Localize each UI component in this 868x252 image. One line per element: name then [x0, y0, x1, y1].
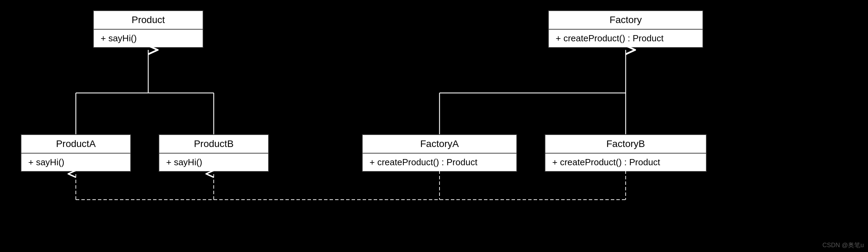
factory-class: Factory + createProduct() : Product — [548, 10, 703, 48]
diagram-container: Product + sayHi() Factory + createProduc… — [0, 0, 868, 252]
productA-class-method: + sayHi() — [21, 154, 130, 171]
factoryA-class-name: FactoryA — [363, 135, 516, 154]
factory-class-name: Factory — [549, 11, 703, 30]
productB-class-name: ProductB — [159, 135, 268, 154]
factoryB-class-method: + createProduct() : Product — [545, 154, 706, 171]
watermark: CSDN @奥笔u — [822, 241, 864, 249]
productA-class: ProductA + sayHi() — [21, 134, 131, 172]
productA-class-name: ProductA — [21, 135, 130, 154]
factory-class-method: + createProduct() : Product — [549, 30, 703, 47]
product-class-name: Product — [94, 11, 203, 30]
factoryA-class: FactoryA + createProduct() : Product — [362, 134, 517, 172]
productB-class: ProductB + sayHi() — [159, 134, 269, 172]
productB-class-method: + sayHi() — [159, 154, 268, 171]
product-class: Product + sayHi() — [93, 10, 203, 48]
factoryB-class: FactoryB + createProduct() : Product — [545, 134, 707, 172]
product-class-method: + sayHi() — [94, 30, 203, 47]
factoryB-class-name: FactoryB — [545, 135, 706, 154]
factoryA-class-method: + createProduct() : Product — [363, 154, 516, 171]
